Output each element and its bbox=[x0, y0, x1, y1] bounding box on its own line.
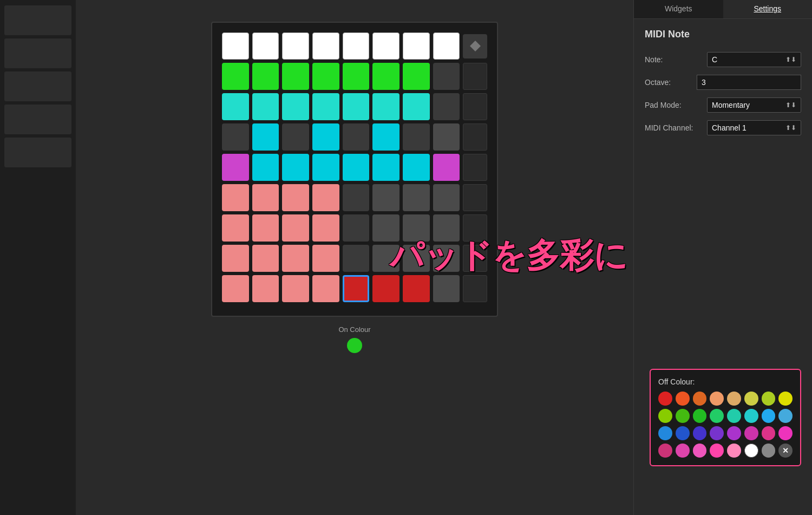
colour-indigo[interactable] bbox=[693, 426, 707, 440]
pad-6-7[interactable] bbox=[403, 184, 430, 211]
pad-side-2[interactable] bbox=[463, 63, 487, 90]
colour-pink-dark[interactable] bbox=[658, 444, 672, 458]
colour-red[interactable] bbox=[658, 392, 672, 406]
colour-lime[interactable] bbox=[762, 392, 776, 406]
colour-green-light[interactable] bbox=[676, 409, 690, 423]
pad-3-7[interactable] bbox=[403, 93, 430, 120]
tab-settings[interactable]: Settings bbox=[723, 0, 813, 18]
on-colour-circle[interactable] bbox=[347, 338, 362, 353]
pad-6-8[interactable] bbox=[433, 184, 460, 211]
colour-hot-pink[interactable] bbox=[762, 426, 776, 440]
pad-7-3[interactable] bbox=[282, 214, 309, 242]
sidebar-item-2[interactable] bbox=[4, 38, 71, 68]
colour-light-pink[interactable] bbox=[693, 444, 707, 458]
pad-top-8[interactable] bbox=[433, 32, 460, 60]
colour-yellow[interactable] bbox=[778, 392, 793, 406]
pad-7-2[interactable] bbox=[252, 214, 279, 242]
colour-peach[interactable] bbox=[710, 392, 724, 406]
pad-6-1[interactable] bbox=[222, 184, 249, 211]
pad-2-6[interactable] bbox=[372, 63, 400, 90]
pad-top-6[interactable] bbox=[372, 32, 400, 60]
pad-7-4[interactable] bbox=[312, 214, 339, 242]
pad-2-3[interactable] bbox=[282, 63, 309, 90]
colour-pink[interactable] bbox=[676, 444, 690, 458]
sidebar-item-4[interactable] bbox=[4, 105, 71, 134]
pad-5-1[interactable] bbox=[222, 154, 249, 181]
sidebar-item-5[interactable] bbox=[4, 138, 71, 167]
pad-4-4[interactable] bbox=[312, 123, 339, 151]
pad-9-5-selected[interactable] bbox=[343, 275, 370, 302]
octave-input[interactable] bbox=[697, 75, 801, 90]
pad-2-5[interactable] bbox=[343, 63, 370, 90]
pad-8-8[interactable] bbox=[433, 245, 460, 272]
colour-orchid[interactable] bbox=[744, 426, 758, 440]
pad-side-4[interactable] bbox=[463, 123, 487, 151]
colour-cyan[interactable] bbox=[744, 409, 758, 423]
pad-6-3[interactable] bbox=[282, 184, 309, 211]
pad-8-4[interactable] bbox=[312, 245, 339, 272]
pad-5-6[interactable] bbox=[372, 154, 400, 181]
pad-8-5[interactable] bbox=[343, 245, 370, 272]
pad-3-6[interactable] bbox=[372, 93, 400, 120]
pad-top-2[interactable] bbox=[252, 32, 279, 60]
pad-side-6[interactable] bbox=[463, 184, 487, 211]
note-dropdown[interactable]: C ⬆⬇ bbox=[707, 52, 801, 67]
pad-3-2[interactable] bbox=[252, 93, 279, 120]
pad-side-8[interactable] bbox=[463, 245, 487, 272]
colour-tan[interactable] bbox=[727, 392, 741, 406]
pad-2-4[interactable] bbox=[312, 63, 339, 90]
close-colour-popup[interactable]: ✕ bbox=[778, 444, 793, 458]
pad-5-4[interactable] bbox=[312, 154, 339, 181]
pad-4-7[interactable] bbox=[403, 123, 430, 151]
pad-5-2[interactable] bbox=[252, 154, 279, 181]
colour-green-mint[interactable] bbox=[710, 409, 724, 423]
pad-6-6[interactable] bbox=[372, 184, 400, 211]
pad-side-9[interactable] bbox=[463, 275, 487, 302]
pad-2-8[interactable] bbox=[433, 63, 460, 90]
pad-4-2[interactable] bbox=[252, 123, 279, 151]
pad-8-7[interactable] bbox=[403, 245, 430, 272]
colour-blue[interactable] bbox=[658, 426, 672, 440]
pad-9-3[interactable] bbox=[282, 275, 309, 302]
pad-3-1[interactable] bbox=[222, 93, 249, 120]
tab-widgets[interactable]: Widgets bbox=[634, 0, 723, 18]
pad-3-8[interactable] bbox=[433, 93, 460, 120]
colour-white[interactable] bbox=[744, 444, 758, 458]
pad-9-4[interactable] bbox=[312, 275, 339, 302]
pad-4-3[interactable] bbox=[282, 123, 309, 151]
colour-chartreuse[interactable] bbox=[658, 409, 672, 423]
pad-9-7[interactable] bbox=[403, 275, 430, 302]
colour-magenta[interactable] bbox=[778, 426, 793, 440]
colour-green[interactable] bbox=[693, 409, 707, 423]
pad-top-1[interactable] bbox=[222, 32, 249, 60]
pad-7-7[interactable] bbox=[403, 214, 430, 242]
pad-3-4[interactable] bbox=[312, 93, 339, 120]
pad-9-2[interactable] bbox=[252, 275, 279, 302]
colour-sky[interactable] bbox=[762, 409, 776, 423]
pad-6-5[interactable] bbox=[343, 184, 370, 211]
pad-7-5[interactable] bbox=[343, 214, 370, 242]
colour-purple[interactable] bbox=[727, 426, 741, 440]
colour-violet[interactable] bbox=[710, 426, 724, 440]
pad-5-8[interactable] bbox=[433, 154, 460, 181]
pad-top-3[interactable] bbox=[282, 32, 309, 60]
pad-5-7[interactable] bbox=[403, 154, 430, 181]
pad-2-7[interactable] bbox=[403, 63, 430, 90]
pad-side-7[interactable] bbox=[463, 214, 487, 242]
sidebar-item-3[interactable] bbox=[4, 71, 71, 101]
midichannel-dropdown[interactable]: Channel 1 ⬆⬇ bbox=[707, 120, 801, 135]
pad-9-6[interactable] bbox=[372, 275, 400, 302]
pad-top-5[interactable] bbox=[343, 32, 370, 60]
padmode-dropdown[interactable]: Momentary ⬆⬇ bbox=[707, 97, 801, 113]
colour-yellow-green[interactable] bbox=[744, 392, 758, 406]
pad-top-4[interactable] bbox=[312, 32, 339, 60]
pad-7-1[interactable] bbox=[222, 214, 249, 242]
colour-orange[interactable] bbox=[693, 392, 707, 406]
colour-light-blue[interactable] bbox=[778, 409, 793, 423]
pad-corner-icon[interactable] bbox=[463, 34, 487, 58]
pad-3-3[interactable] bbox=[282, 93, 309, 120]
pad-3-5[interactable] bbox=[343, 93, 370, 120]
pad-7-6[interactable] bbox=[372, 214, 400, 242]
colour-gray[interactable] bbox=[762, 444, 776, 458]
pad-5-3[interactable] bbox=[282, 154, 309, 181]
